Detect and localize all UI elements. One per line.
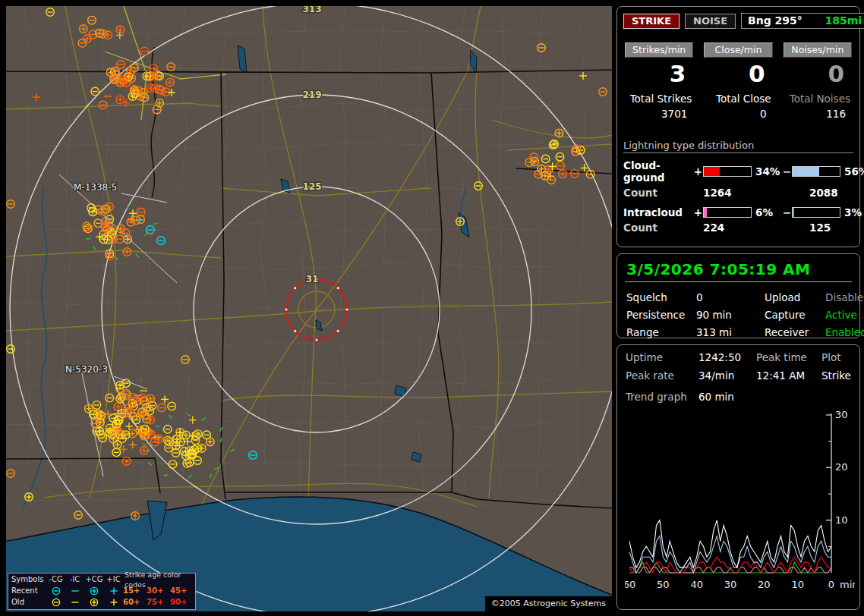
- range-label: Range: [626, 326, 696, 338]
- trend-x-tick-label: 50: [657, 579, 670, 590]
- trend-x-tick-label: 40: [690, 579, 703, 590]
- peak-time-label: Peak time: [756, 351, 821, 363]
- strike-map[interactable]: 31321912531 M-1338-5N-5320-3 Symbols -CG…: [6, 6, 612, 611]
- alarm-ring-tick: [337, 287, 339, 289]
- minus-sign: −: [782, 206, 792, 218]
- alarm-ring-tick: [315, 338, 317, 341]
- close-per-min-button[interactable]: Close/min: [704, 42, 772, 58]
- cg-positive-bar: [703, 166, 752, 177]
- capture-label: Capture: [765, 309, 825, 321]
- ic-positive-count: 224: [703, 222, 809, 234]
- ic-positive-pct: 6%: [752, 206, 782, 218]
- strike-age-code: 60+: [123, 597, 147, 607]
- distribution-title: Lightning type distribution: [623, 140, 853, 153]
- ic-positive-bar: [703, 207, 752, 218]
- strikes-counter-column: Strikes/min 3 Total Strikes 3701: [625, 42, 693, 120]
- ring-distance-label: 125: [302, 181, 321, 192]
- upload-label: Upload: [765, 291, 825, 303]
- legend-col-cg-neg: -CG: [46, 574, 65, 584]
- total-noises-value: 116: [784, 106, 852, 120]
- legend-symbol-icneg: [70, 597, 80, 608]
- cg-negative-bar: [792, 166, 840, 177]
- strike-tab[interactable]: STRIKE: [623, 14, 680, 29]
- bearing-value: Bng 295°: [748, 14, 803, 27]
- total-strikes-value: 3701: [625, 106, 693, 120]
- copyright-notice: ©2005 Astrogenic Systems: [485, 596, 612, 611]
- capture-status: Active: [825, 309, 864, 321]
- alarm-ring-tick: [285, 308, 287, 310]
- session-trend-panel: Uptime 1242:50 Peak time Plot Peak rate …: [616, 344, 860, 610]
- peak-rate-label: Peak rate: [626, 369, 698, 382]
- persistence-value: 90 min: [696, 309, 765, 321]
- strike-age-code: 75+: [147, 597, 170, 607]
- uptime-value: 1242:50: [698, 351, 756, 363]
- trend-y-tick-label: 20: [835, 461, 848, 473]
- intracloud-count-row: Count 224 125: [623, 222, 853, 234]
- total-strikes-label: Total Strikes: [625, 88, 693, 106]
- trend-y-tick-label: 10: [835, 514, 848, 526]
- ring-distance-label: 313: [302, 6, 321, 14]
- alarm-ring-tick: [294, 287, 296, 289]
- legend-symbol-cgneg: [51, 586, 61, 596]
- noises-per-min-button[interactable]: Noises/min: [784, 42, 852, 58]
- legend-symbols-title: Symbols: [8, 574, 46, 584]
- legend-symbol-cgpos: [89, 586, 99, 596]
- trend-graph-row: Trend graph 60 min: [625, 391, 852, 403]
- noises-counter-column: Noises/min 0 Total Noises 116: [784, 42, 852, 120]
- legend-col-ic-pos: +IC: [104, 574, 123, 584]
- legend-col-cg-pos: +CG: [84, 574, 104, 584]
- current-datetime: 3/5/2026 7:05:19 AM: [625, 259, 852, 282]
- cg-positive-count: 1264: [703, 187, 809, 199]
- close-per-min-value: 0: [704, 58, 772, 88]
- ic-negative-pct: 3%: [840, 206, 864, 218]
- strike-stats-panel: STRIKE NOISE Bng 295° 185mi Strikes/min …: [616, 6, 860, 247]
- minus-sign: −: [782, 165, 792, 178]
- strikes-per-min-value: 3: [625, 58, 693, 88]
- noise-tab[interactable]: NOISE: [685, 14, 736, 29]
- legend-symbol-cgpos: [89, 597, 99, 608]
- legend-symbol-icneg: [70, 586, 80, 596]
- lightning-type-distribution: Lightning type distribution Cloud-ground…: [623, 140, 853, 234]
- alarm-ring-tick: [294, 330, 296, 332]
- receiver-status: Enabled: [825, 326, 864, 338]
- trend-x-tick-label: 0: [828, 579, 834, 590]
- strikes-per-min-button[interactable]: Strikes/min: [625, 42, 693, 58]
- trend-y-tick-label: 30: [835, 409, 848, 420]
- trend-window-value: 60 min: [698, 391, 852, 403]
- app-window: { "app": {"copyright": "©2005 Astrogenic…: [0, 0, 864, 616]
- status-grid: Squelch 0 Upload Disabled Persistence 90…: [625, 291, 852, 338]
- squelch-label: Squelch: [626, 291, 696, 303]
- map-legend: Symbols -CG -IC +CG +IC Strike age color…: [8, 573, 196, 610]
- trend-x-tick-label: 10: [791, 579, 804, 590]
- legend-symbol-icpos: [109, 586, 119, 596]
- storm-cell-id: N-5320-3: [65, 364, 108, 375]
- peak-time-value: 12:41 AM: [756, 369, 821, 382]
- receiver-status-panel: 3/5/2026 7:05:19 AM Squelch 0 Upload Dis…: [616, 253, 860, 338]
- trend-graph-label: Trend graph: [626, 391, 698, 403]
- mode-tabs: STRIKE NOISE Bng 295° 185mi: [623, 13, 853, 29]
- cloud-ground-label: Cloud-ground: [623, 159, 693, 184]
- map-canvas: 31321912531 M-1338-5N-5320-3: [6, 6, 612, 611]
- legend-age-label: Old: [8, 597, 46, 607]
- ring-distance-label: 219: [302, 90, 321, 100]
- plus-sign: +: [693, 206, 703, 218]
- cloud-ground-count-row: Count 1264 2088: [623, 187, 853, 199]
- persistence-label: Persistence: [626, 309, 696, 321]
- rate-counters: Strikes/min 3 Total Strikes 3701 Close/m…: [623, 42, 853, 120]
- total-noises-label: Total Noises: [784, 88, 852, 106]
- strike-age-code: 15+: [123, 586, 147, 596]
- trend-series-+CG: [629, 557, 831, 573]
- count-label: Count: [623, 222, 703, 234]
- ic-negative-bar: [792, 207, 840, 218]
- intracloud-row: Intracloud + 6% − 3%: [623, 206, 853, 218]
- trend-series-Strikes total: [629, 520, 831, 567]
- legend-symbol-icpos: [109, 597, 119, 608]
- count-label: Count: [623, 187, 703, 199]
- upload-status: Disabled: [825, 291, 864, 303]
- trend-x-tick-label: 20: [758, 579, 771, 590]
- legend-age-label: Recent: [8, 586, 46, 596]
- receiver-label: Receiver: [765, 326, 825, 338]
- intracloud-label: Intracloud: [623, 206, 693, 218]
- legend-row-recent: Recent15+30+45+: [8, 586, 195, 596]
- bearing-readout: Bng 295° 185mi: [741, 13, 864, 29]
